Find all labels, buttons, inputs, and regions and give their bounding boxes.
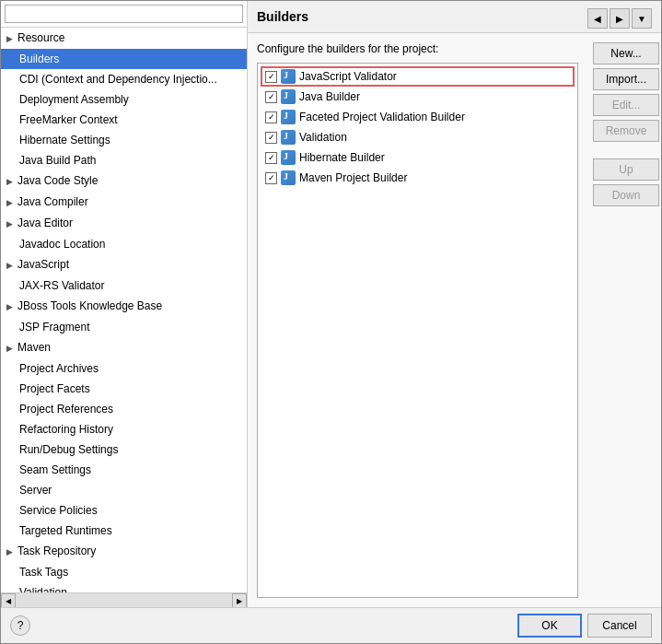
sidebar-item-label: Java Editor [17,217,73,229]
sidebar-item-service-policies[interactable]: Service Policies [1,500,247,521]
ok-button[interactable]: OK [517,614,582,638]
builder-item-java-builder[interactable]: ✓Java Builder [261,88,574,106]
sidebar-item-targeted-runtimes[interactable]: Targeted Runtimes [1,521,247,541]
sidebar-item-freemarker[interactable]: FreeMarker Context [1,110,247,130]
sidebar-item-jboss-tools[interactable]: ▶ JBoss Tools Knowledge Base [1,296,247,317]
sidebar-item-label: Java Build Path [19,154,96,167]
sidebar-item-builders[interactable]: Builders [1,49,247,69]
builder-icon [281,170,296,185]
search-input[interactable] [5,5,243,23]
dropdown-btn[interactable]: ▼ [632,8,652,29]
sidebar-item-jax-rs[interactable]: JAX-RS Validator [1,275,247,296]
sidebar-item-label: Run/Debug Settings [19,443,118,456]
expand-icon: ▶ [6,299,17,315]
horizontal-scrollbar[interactable]: ◀ ▶ [1,592,247,607]
down-button[interactable]: Down [593,184,659,206]
sidebar-item-label: Refactoring History [19,423,113,436]
builder-icon [281,130,296,145]
sidebar-item-project-facets[interactable]: Project Facets [1,379,247,399]
builder-checkbox[interactable]: ✓ [265,152,277,164]
builders-area: Configure the builders for the project: … [248,33,587,607]
sidebar-item-project-archives[interactable]: Project Archives [1,358,247,379]
sidebar-item-label: Builders [19,53,59,65]
builder-checkbox[interactable]: ✓ [265,91,277,103]
sidebar-item-task-repository[interactable]: ▶ Task Repository [1,541,247,562]
side-buttons: New... Import... Edit... Remove Up Down [587,33,661,607]
builder-icon [281,110,296,124]
sidebar-item-label: Java Compiler [17,195,88,208]
builder-label: Java Builder [299,90,360,103]
builder-label: Hibernate Builder [299,151,385,164]
sidebar-item-cdi[interactable]: CDI (Context and Dependency Injectio... [1,69,247,89]
scroll-right-btn[interactable]: ▶ [232,593,247,607]
dialog-body: ▶ ResourceBuildersCDI (Context and Depen… [1,1,661,607]
sidebar-item-java-code-style[interactable]: ▶ Java Code Style [1,170,247,192]
sidebar-item-jsp-fragment[interactable]: JSP Fragment [1,317,247,337]
builder-item-validation[interactable]: ✓Validation [261,128,574,146]
expand-icon: ▶ [6,173,17,190]
builder-item-hibernate-builder[interactable]: ✓Hibernate Builder [261,148,574,167]
new-button[interactable]: New... [593,42,659,64]
sidebar-item-refactoring-history[interactable]: Refactoring History [1,419,247,439]
builder-label: JavaScript Validator [299,70,397,83]
sidebar-item-label: Maven [17,341,51,354]
sidebar-item-label: Project Facets [19,382,90,395]
sidebar-item-label: Project References [19,403,113,416]
help-button[interactable]: ? [10,615,30,636]
sidebar-item-server[interactable]: Server [1,480,247,500]
up-button[interactable]: Up [593,158,659,181]
sidebar-item-hibernate-settings[interactable]: Hibernate Settings [1,130,247,150]
edit-button[interactable]: Edit... [593,94,659,116]
sidebar-item-java-compiler[interactable]: ▶ Java Compiler [1,192,247,213]
sidebar-item-label: Resource [17,31,64,44]
builder-checkbox[interactable]: ✓ [265,172,277,184]
sidebar-item-javascript[interactable]: ▶ JavaScript [1,254,247,275]
sidebar-item-javadoc-location[interactable]: Javadoc Location [1,234,247,254]
builders-list: ✓JavaScript Validator✓Java Builder✓Facet… [257,63,578,598]
sidebar-item-seam-settings[interactable]: Seam Settings [1,460,247,480]
sidebar-item-label: Server [19,484,52,497]
builder-icon [281,69,296,84]
sidebar-item-label: Service Policies [19,504,98,517]
sidebar-item-project-references[interactable]: Project References [1,399,247,419]
builder-label: Validation [299,131,347,144]
sidebar-item-java-editor[interactable]: ▶ Java Editor [1,213,247,234]
sidebar-item-maven[interactable]: ▶ Maven [1,337,247,358]
nav-back-btn[interactable]: ◀ [587,8,608,29]
sidebar-item-task-tags[interactable]: Task Tags [1,562,247,582]
dialog-footer: ? OK Cancel [1,607,661,643]
left-panel: ▶ ResourceBuildersCDI (Context and Depen… [1,1,248,607]
dialog: ▶ ResourceBuildersCDI (Context and Depen… [0,0,662,644]
footer-buttons: OK Cancel [517,614,652,638]
builder-label: Maven Project Builder [299,171,407,184]
cancel-button[interactable]: Cancel [587,614,652,638]
builder-item-faceted-project[interactable]: ✓Faceted Project Validation Builder [261,108,574,126]
builder-icon [281,89,296,104]
builder-checkbox[interactable]: ✓ [265,71,277,83]
sidebar-item-label: Task Tags [19,566,68,579]
sidebar-item-deployment-assembly[interactable]: Deployment Assembly [1,89,247,110]
expand-icon: ▶ [6,340,17,357]
expand-icon: ▶ [6,30,17,47]
builder-item-maven-project-builder[interactable]: ✓Maven Project Builder [261,169,574,187]
sidebar-item-label: Project Archives [19,362,99,375]
search-area [1,1,247,28]
builder-checkbox[interactable]: ✓ [265,132,277,144]
sidebar-item-label: Javadoc Location [19,238,105,251]
scroll-track[interactable] [16,593,232,607]
sidebar-item-run-debug[interactable]: Run/Debug Settings [1,439,247,460]
sidebar-item-label: JavaScript [17,258,69,271]
sidebar-item-validation[interactable]: Validation [1,582,247,592]
remove-button[interactable]: Remove [593,120,659,142]
sidebar-item-label: Hibernate Settings [19,134,110,146]
sidebar-item-label: Targeted Runtimes [19,524,112,537]
import-button[interactable]: Import... [593,68,659,90]
builder-checkbox[interactable]: ✓ [265,111,277,123]
nav-forward-btn[interactable]: ▶ [610,8,630,29]
builders-description: Configure the builders for the project: [257,42,578,55]
scroll-left-btn[interactable]: ◀ [1,593,16,607]
sidebar-item-label: Validation [19,586,67,592]
builder-item-javascript-validator[interactable]: ✓JavaScript Validator [261,67,574,86]
sidebar-item-java-build-path[interactable]: Java Build Path [1,150,247,170]
sidebar-item-resource[interactable]: ▶ Resource [1,28,247,49]
